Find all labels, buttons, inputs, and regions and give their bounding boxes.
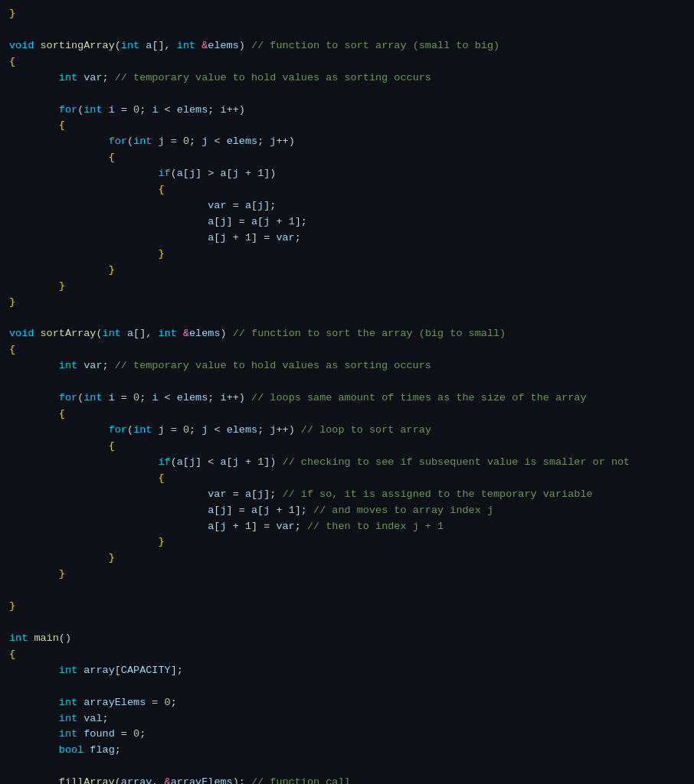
code-line-44: int arrayElems = 0; (0, 695, 694, 711)
code-line-blank-8 (0, 759, 694, 775)
code-line-31: var = a[j]; // if so, it is assigned to … (0, 487, 694, 503)
code-line-29: if(a[j] < a[j + 1]) // checking to see i… (0, 455, 694, 471)
code-line-26: { (0, 407, 694, 423)
code-line-42: int array[CAPACITY]; (0, 663, 694, 679)
code-line-13: var = a[j]; (0, 198, 694, 214)
code-line-30: { (0, 471, 694, 487)
code-line-15: a[j + 1] = var; (0, 230, 694, 247)
code-line-5: int var; // temporary value to hold valu… (0, 70, 694, 87)
code-line-blank-5 (0, 583, 694, 599)
code-line-12: { (0, 182, 694, 198)
code-line-21: void sortArray(int a[], int &elems) // f… (0, 326, 694, 342)
code-line-22: { (0, 342, 694, 358)
code-line-16: } (0, 247, 694, 263)
code-line-36: } (0, 567, 694, 583)
code-line-blank-3 (0, 311, 694, 327)
code-line-27: for(int j = 0; j < elems; j++) // loop t… (0, 423, 694, 439)
code-line-33: a[j + 1] = var; // then to index j + 1 (0, 519, 694, 535)
code-line-blank-7 (0, 679, 694, 695)
code-line-3: void sortingArray(int a[], int &elems) /… (0, 38, 694, 54)
code-line-blank-4 (0, 374, 694, 390)
code-line-4: { (0, 54, 694, 70)
code-line-34: } (0, 534, 694, 550)
code-line-47: bool flag; (0, 743, 694, 759)
code-line-19: } (0, 295, 694, 311)
code-line-41: { (0, 647, 694, 663)
code-line-46: int found = 0; (0, 727, 694, 743)
code-line-blank-1 (0, 22, 694, 38)
code-line-10: { (0, 150, 694, 166)
code-line-28: { (0, 439, 694, 455)
code-line-7: for(int i = 0; i < elems; i++) (0, 103, 694, 119)
code-line-8: { (0, 118, 694, 134)
code-line-18: } (0, 279, 694, 295)
code-line-35: } (0, 550, 694, 567)
code-line-11: if(a[j] > a[j + 1]) (0, 166, 694, 182)
code-line-32: a[j] = a[j + 1]; // and moves to array i… (0, 503, 694, 519)
code-line-blank-6 (0, 615, 694, 631)
code-line-45: int val; (0, 711, 694, 727)
code-line-9: for(int j = 0; j < elems; j++) (0, 134, 694, 150)
code-line-38: } (0, 599, 694, 615)
code-line-23: int var; // temporary value to hold valu… (0, 358, 694, 374)
code-editor: } void sortingArray(int a[], int &elems)… (0, 0, 694, 784)
code-line-49: fillArray(array, &arrayElems); // functi… (0, 775, 694, 784)
code-line-40: int main() (0, 631, 694, 647)
code-line-14: a[j] = a[j + 1]; (0, 214, 694, 230)
code-line-1: } (0, 6, 694, 22)
code-line-blank-2 (0, 87, 694, 103)
code-line-17: } (0, 263, 694, 279)
code-line-25: for(int i = 0; i < elems; i++) // loops … (0, 390, 694, 407)
